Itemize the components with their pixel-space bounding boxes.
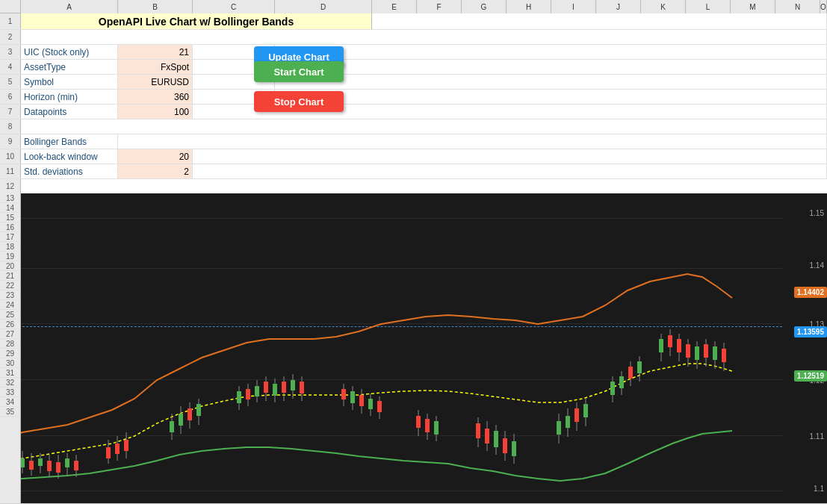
candle-body <box>434 421 439 435</box>
candle-body <box>124 440 128 451</box>
price-1.10: 1.1 <box>814 485 824 493</box>
candle-body <box>485 429 489 444</box>
candle-body <box>494 431 498 447</box>
price-1.15: 1.15 <box>810 209 824 217</box>
corner-cell <box>0 0 21 13</box>
candle-body <box>291 380 295 391</box>
candle-body <box>713 346 717 360</box>
candle-body <box>29 461 34 470</box>
candle-body <box>503 438 507 453</box>
row-6: 6 Horizon (min) 360 Stop Chart <box>0 90 827 105</box>
candle-body <box>476 423 480 438</box>
symbol-value[interactable]: EURUSD <box>118 75 193 89</box>
candle-body <box>350 391 355 403</box>
col-header-N: N <box>775 0 820 13</box>
col-header-H: H <box>507 0 551 13</box>
row-2: 2 <box>0 30 827 45</box>
row-10: 10 Look-back window 20 <box>0 149 827 164</box>
col-header-F: F <box>417 0 462 13</box>
candle-body <box>668 335 672 347</box>
rownum-4: 4 <box>0 60 21 74</box>
candle-body <box>416 416 421 428</box>
rownum-5: 5 <box>0 75 21 89</box>
assettype-label: AssetType <box>21 60 118 74</box>
start-chart-btn-container: Start Chart <box>254 61 344 82</box>
col-header-A: A <box>21 0 118 13</box>
uic-label: UIC (Stock only) <box>21 45 118 59</box>
candle-body <box>368 399 373 409</box>
start-chart-button[interactable]: Start Chart <box>254 61 344 82</box>
upper-band-line <box>0 274 732 440</box>
candle-body <box>188 408 192 420</box>
rownum-12: 12 <box>0 179 21 193</box>
row9-rest <box>118 134 827 149</box>
col-header-G: G <box>462 0 507 13</box>
row3-rest <box>275 45 827 59</box>
row-1: 1 OpenAPI Live Chart w/ Bollinger Bands <box>0 13 827 30</box>
candle-body <box>566 416 570 428</box>
candle-body <box>170 421 174 432</box>
candle-body <box>47 461 52 471</box>
col-header-I: I <box>551 0 596 13</box>
row-7: 7 Datapoints 100 <box>0 105 827 119</box>
candle-body <box>557 421 561 435</box>
lookback-value[interactable]: 20 <box>118 149 193 164</box>
column-headers: A B C D E F G H I J K L M N O <box>0 0 827 13</box>
row-5: 5 Symbol EURUSD <box>0 75 827 90</box>
horizon-label: Horizon (min) <box>21 90 118 104</box>
stop-chart-button[interactable]: Stop Chart <box>254 91 344 112</box>
price-axis: 1.15 1.14 1.13 1.12 1.11 1.1 <box>784 193 827 503</box>
price-1.14: 1.14 <box>810 261 824 270</box>
candle-body <box>574 408 579 422</box>
row8-empty <box>21 119 827 134</box>
uic-value[interactable]: 21 <box>118 45 193 59</box>
spreadsheet: A B C D E F G H I J K L M N O 1 OpenAPI … <box>0 0 827 194</box>
stop-chart-btn-container: Stop Chart <box>254 91 344 112</box>
candle-body <box>179 414 183 426</box>
price-1.11: 1.11 <box>810 432 824 441</box>
col-header-E: E <box>372 0 417 13</box>
chart-row-numbers: 13 14 15 16 17 18 19 20 21 22 23 24 25 2… <box>0 193 21 503</box>
candle-body <box>246 389 250 399</box>
rownum-2: 2 <box>0 30 21 44</box>
row10-rest <box>193 149 827 164</box>
symbol-label: Symbol <box>21 75 118 89</box>
candle-body <box>196 404 201 416</box>
col-header-M: M <box>731 0 775 13</box>
candle-body <box>583 404 588 417</box>
chart-area: 1.15 1.14 1.13 1.12 1.11 1.1 1.14402 1.1… <box>0 193 827 503</box>
row-8: 8 <box>0 119 827 134</box>
candle-body <box>377 401 382 412</box>
row12-chart-start <box>21 179 827 193</box>
candle-body <box>115 444 120 454</box>
rownum-8: 8 <box>0 119 21 134</box>
candle-body <box>686 344 690 358</box>
rownum-6: 6 <box>0 90 21 104</box>
lookback-label: Look-back window <box>21 149 118 164</box>
col-header-B: B <box>118 0 193 13</box>
assettype-value[interactable]: FxSpot <box>118 60 193 74</box>
candle-body <box>659 339 663 352</box>
row1-rest <box>372 13 827 29</box>
row6-rest <box>275 90 827 104</box>
candle-body <box>65 458 69 467</box>
datapoints-value[interactable]: 100 <box>118 105 193 119</box>
col-header-K: K <box>641 0 686 13</box>
rownum-3: 3 <box>0 45 21 59</box>
candle-body <box>695 346 699 360</box>
candle-body <box>56 462 61 473</box>
candle-body <box>619 376 624 388</box>
row-11: 11 Std. deviations 2 <box>0 164 827 179</box>
horizon-value[interactable]: 360 <box>118 90 193 104</box>
candle-body <box>704 344 708 358</box>
candle-body <box>106 447 111 458</box>
row-9: 9 Bollinger Bands <box>0 134 827 149</box>
rownum-9: 9 <box>0 134 21 149</box>
row11-rest <box>193 164 827 178</box>
row-3: 3 UIC (Stock only) 21 Update Chart <box>0 45 827 60</box>
candle-body <box>273 384 277 396</box>
std-value[interactable]: 2 <box>118 164 193 178</box>
candle-body <box>722 349 726 362</box>
candle-body <box>677 339 681 352</box>
rownum-1: 1 <box>0 13 21 29</box>
